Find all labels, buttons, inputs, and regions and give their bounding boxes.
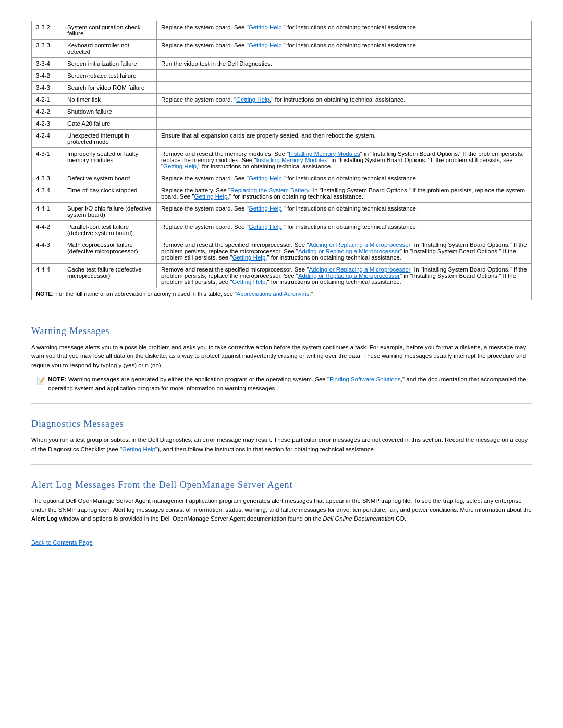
abbreviations-link[interactable]: Abbreviations and Acronyms — [237, 291, 309, 297]
code-cell: 4-2-3 — [32, 118, 63, 130]
table-row: 3-4-2 Screen-retrace test failure — [32, 70, 532, 82]
getting-help-link[interactable]: Getting Help — [232, 279, 265, 285]
getting-help-link[interactable]: Getting Help — [249, 205, 282, 212]
divider-diagnostics — [31, 403, 532, 404]
code-cell: 4-2-1 — [32, 94, 63, 106]
action-cell — [157, 70, 532, 82]
warning-note-block: 📝 NOTE: Warning messages are generated b… — [36, 375, 532, 393]
table-row: 4-2-2 Shutdown failure — [32, 106, 532, 118]
desc-cell: Cache test failure (defective microproce… — [63, 264, 157, 288]
action-cell: Remove and reseat the specified micropro… — [157, 264, 532, 288]
desc-cell: Defective system board — [63, 172, 157, 184]
desc-cell: Time-of-day clock stopped — [63, 184, 157, 203]
warning-messages-body: A warning message alerts you to a possib… — [31, 343, 532, 370]
diagnostics-messages-title: Diagnostics Messages — [31, 418, 532, 429]
desc-cell: Keyboard controller not detected — [63, 40, 157, 58]
code-cell: 4-4-1 — [32, 203, 63, 221]
beep-codes-table: 3-3-2 System configuration check failure… — [31, 21, 532, 300]
action-cell: Remove and reseat the memory modules. Se… — [157, 148, 532, 172]
installing-memory-link2[interactable]: Installing Memory Modules — [256, 157, 327, 163]
action-cell: Replace the system board. "Getting Help,… — [157, 94, 532, 106]
desc-cell: Screen-retrace test failure — [63, 70, 157, 82]
code-cell: 4-3-3 — [32, 172, 63, 184]
finding-software-link[interactable]: Finding Software Solutions — [329, 376, 401, 382]
adding-replacing-link4[interactable]: Adding or Replacing a Microprocessor — [298, 273, 400, 279]
action-cell: Ensure that all expansion cards are prop… — [157, 130, 532, 148]
desc-cell: Improperly seated or faulty memory modul… — [63, 148, 157, 172]
desc-cell: Parallel-port test failure (defective sy… — [63, 221, 157, 239]
desc-cell: System configuration check failure — [63, 21, 157, 40]
getting-help-link[interactable]: Getting Help — [249, 42, 282, 48]
table-row: 4-3-4 Time-of-day clock stopped Replace … — [32, 184, 532, 203]
table-row: 4-4-2 Parallel-port test failure (defect… — [32, 221, 532, 239]
desc-cell: Math coprocessor failure (defective micr… — [63, 239, 157, 264]
action-cell: Remove and reseat the specified micropro… — [157, 239, 532, 264]
code-cell: 4-4-3 — [32, 239, 63, 264]
desc-cell: Screen initialization failure — [63, 58, 157, 70]
warning-messages-title: Warning Messages — [31, 326, 532, 337]
table-note-row: NOTE: For the full name of an abbreviati… — [32, 288, 532, 300]
action-cell: Replace the system board. See "Getting H… — [157, 172, 532, 184]
action-cell — [157, 106, 532, 118]
code-cell: 4-2-4 — [32, 130, 63, 148]
divider-alert — [31, 464, 532, 465]
getting-help-link[interactable]: Getting Help — [232, 254, 265, 261]
action-cell: Replace the system board. See "Getting H… — [157, 40, 532, 58]
table-row: 3-3-3 Keyboard controller not detected R… — [32, 40, 532, 58]
desc-cell: Gate A20 failure — [63, 118, 157, 130]
diagnostics-getting-help-link[interactable]: Getting Help — [122, 446, 155, 452]
code-cell: 3-4-3 — [32, 82, 63, 94]
desc-cell: Unexpected interrupt in protected mode — [63, 130, 157, 148]
code-cell: 3-4-2 — [32, 70, 63, 82]
alert-log-title: Alert Log Messages From the Dell OpenMan… — [31, 479, 532, 490]
table-note-cell: NOTE: For the full name of an abbreviati… — [32, 288, 532, 300]
action-cell: Replace the system board. See "Getting H… — [157, 203, 532, 221]
table-row: 4-4-1 Super I/O chip failure (defective … — [32, 203, 532, 221]
code-cell: 3-3-4 — [32, 58, 63, 70]
desc-cell: No timer tick — [63, 94, 157, 106]
table-row: 4-2-3 Gate A20 failure — [32, 118, 532, 130]
back-to-contents-link[interactable]: Back to Contents Page — [31, 539, 93, 546]
diagnostics-messages-body: When you run a test group or subtest in … — [31, 436, 532, 454]
table-row: 4-3-3 Defective system board Replace the… — [32, 172, 532, 184]
action-cell: Replace the system board. See "Getting H… — [157, 221, 532, 239]
code-cell: 3-3-3 — [32, 40, 63, 58]
code-cell: 3-3-2 — [32, 21, 63, 40]
table-row: 4-2-4 Unexpected interrupt in protected … — [32, 130, 532, 148]
code-cell: 4-2-2 — [32, 106, 63, 118]
action-cell — [157, 82, 532, 94]
code-cell: 4-4-4 — [32, 264, 63, 288]
back-link-container: Back to Contents Page — [31, 539, 532, 546]
adding-replacing-link3[interactable]: Adding or Replacing a Microprocessor — [309, 266, 410, 273]
alert-log-body: The optional Dell OpenManage Server Agen… — [31, 497, 532, 524]
action-cell: Replace the battery. See "Replacing the … — [157, 184, 532, 203]
table-row: 4-3-1 Improperly seated or faulty memory… — [32, 148, 532, 172]
table-row: 3-4-3 Search for video ROM failure — [32, 82, 532, 94]
warning-note-text: NOTE: Warning messages are generated by … — [48, 375, 532, 393]
installing-memory-link[interactable]: Installing Memory Modules — [289, 151, 360, 157]
desc-cell: Super I/O chip failure (defective system… — [63, 203, 157, 221]
getting-help-link[interactable]: Getting Help — [249, 24, 282, 30]
getting-help-link[interactable]: Getting Help — [236, 96, 270, 103]
desc-cell: Search for video ROM failure — [63, 82, 157, 94]
table-row: 3-3-4 Screen initialization failure Run … — [32, 58, 532, 70]
adding-replacing-link2[interactable]: Adding or Replacing a Microprocessor — [298, 248, 400, 254]
replacing-battery-link[interactable]: Replacing the System Battery — [230, 187, 310, 193]
note-icon: 📝 — [36, 376, 45, 386]
adding-replacing-link[interactable]: Adding or Replacing a Microprocessor — [309, 242, 410, 248]
table-row: 3-3-2 System configuration check failure… — [32, 21, 532, 40]
getting-help-link[interactable]: Getting Help — [249, 175, 282, 181]
table-row: 4-4-4 Cache test failure (defective micr… — [32, 264, 532, 288]
table-row: 4-4-3 Math coprocessor failure (defectiv… — [32, 239, 532, 264]
action-cell: Replace the system board. See "Getting H… — [157, 21, 532, 40]
table-row: 4-2-1 No timer tick Replace the system b… — [32, 94, 532, 106]
getting-help-link[interactable]: Getting Help — [194, 193, 228, 200]
action-cell — [157, 118, 532, 130]
getting-help-link[interactable]: Getting Help — [249, 224, 282, 230]
desc-cell: Shutdown failure — [63, 106, 157, 118]
getting-help-link[interactable]: Getting Help — [163, 163, 197, 169]
code-cell: 4-3-4 — [32, 184, 63, 203]
divider-warning — [31, 311, 532, 311]
action-cell: Run the video test in the Dell Diagnosti… — [157, 58, 532, 70]
code-cell: 4-4-2 — [32, 221, 63, 239]
